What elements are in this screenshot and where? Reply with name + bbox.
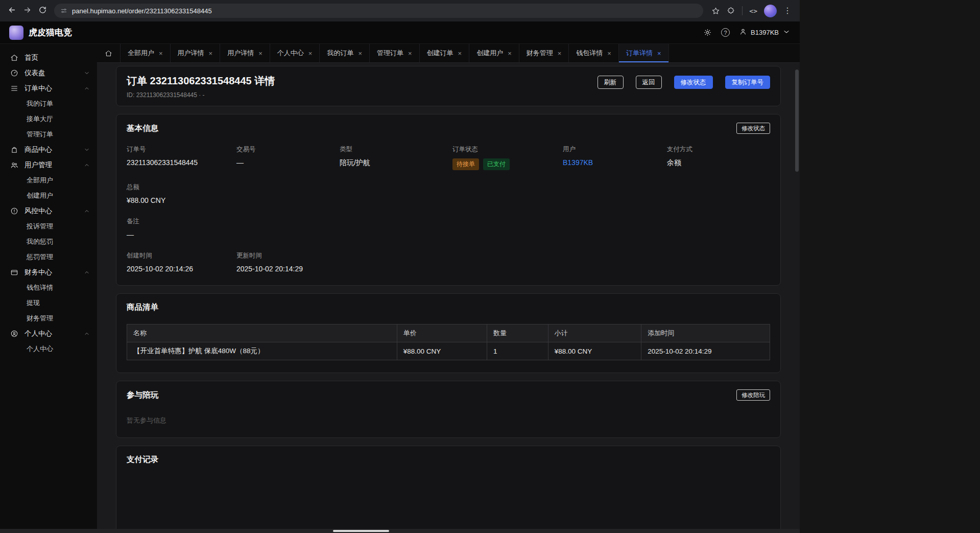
toolbar-divider <box>742 6 743 15</box>
sidebar-sub-label: 惩罚管理 <box>27 252 53 262</box>
chevron-down-icon <box>782 28 791 37</box>
tab-home[interactable] <box>97 44 121 62</box>
refresh-page-button[interactable]: 刷新 <box>597 76 624 89</box>
user-link[interactable]: B1397KB <box>563 158 593 167</box>
return-button[interactable]: 返回 <box>636 76 662 89</box>
sidebar-item-profile[interactable]: 个人中心 <box>0 341 97 357</box>
close-icon[interactable]: × <box>508 50 512 57</box>
browser-window: panel.hupimao.net/order/2321130623315484… <box>0 0 800 533</box>
tab-user-detail-2[interactable]: 用户详情× <box>220 44 270 62</box>
bag-icon <box>10 146 18 154</box>
sidebar-item-product-center[interactable]: 商品中心 <box>0 142 97 157</box>
sidebar-item-user-management[interactable]: 用户管理 <box>0 157 97 173</box>
profile-avatar[interactable] <box>764 5 777 17</box>
close-icon[interactable]: × <box>607 50 611 57</box>
sidebar-item-label: 商品中心 <box>25 145 52 154</box>
sidebar-item-wallet-detail[interactable]: 钱包详情 <box>0 280 97 295</box>
cell-added-time: 2025-10-02 20:14:29 <box>641 342 770 360</box>
close-icon[interactable]: × <box>308 50 313 57</box>
back-button[interactable] <box>4 3 19 18</box>
gauge-icon <box>10 69 18 77</box>
sidebar-item-all-users[interactable]: 全部用户 <box>0 173 97 188</box>
sidebar-item-order-hall[interactable]: 接单大厅 <box>0 111 97 127</box>
brand[interactable]: 虎皮猫电竞 <box>9 26 72 40</box>
tab-wallet-detail[interactable]: 钱包详情× <box>569 44 619 62</box>
tab-create-user[interactable]: 创建用户× <box>469 44 519 62</box>
tab-manage-orders[interactable]: 管理订单× <box>370 44 420 62</box>
field-type: 类型 陪玩/护航 <box>340 145 452 170</box>
participants-empty-text: 暂无参与信息 <box>127 416 770 425</box>
code-extension-icon[interactable]: <> <box>749 7 757 15</box>
items-table-header-row: 名称 单价 数量 小计 添加时间 <box>127 325 770 342</box>
close-icon[interactable]: × <box>258 50 262 57</box>
vertical-scrollbar[interactable] <box>795 69 799 172</box>
field-trade-no: 交易号 — <box>236 145 340 170</box>
page-actions: 刷新 返回 修改状态 复制订单号 <box>597 76 771 89</box>
copy-order-number-button[interactable]: 复制订单号 <box>725 76 771 89</box>
tab-finance-management[interactable]: 财务管理× <box>519 44 569 62</box>
sidebar-item-my-penalties[interactable]: 我的惩罚 <box>0 234 97 249</box>
horizontal-scrollbar-thumb[interactable] <box>333 530 389 532</box>
sidebar-item-risk-center[interactable]: 风控中心 <box>0 203 97 219</box>
sidebar-item-complaints[interactable]: 投诉管理 <box>0 219 97 234</box>
sidebar-sub-label: 创建用户 <box>27 191 53 200</box>
user-menu[interactable]: B1397KB <box>739 28 791 37</box>
tab-my-orders[interactable]: 我的订单× <box>320 44 370 62</box>
tab-label: 创建用户 <box>476 49 503 58</box>
cell-unit-price: ¥88.00 CNY <box>397 342 487 360</box>
sidebar-item-finance-management[interactable]: 财务管理 <box>0 311 97 326</box>
sidebar-item-label: 个人中心 <box>25 329 52 338</box>
tab-order-detail[interactable]: 订单详情× <box>619 44 669 62</box>
tab-user-detail-1[interactable]: 用户详情× <box>171 44 221 62</box>
forward-button[interactable] <box>19 3 35 18</box>
tab-all-users[interactable]: 全部用户× <box>121 44 171 62</box>
close-icon[interactable]: × <box>408 50 412 57</box>
close-icon[interactable]: × <box>657 50 661 57</box>
chevron-down-icon <box>84 147 90 153</box>
sidebar-item-order-center[interactable]: 订单中心 <box>0 81 97 96</box>
basicinfo-modify-status-button[interactable]: 修改状态 <box>736 123 770 134</box>
sidebar-item-my-orders[interactable]: 我的订单 <box>0 96 97 111</box>
sidebar-item-withdraw[interactable]: 提现 <box>0 295 97 311</box>
brand-name: 虎皮猫电竞 <box>29 27 72 38</box>
sidebar-item-penalty-management[interactable]: 惩罚管理 <box>0 249 97 265</box>
chevron-up-icon <box>84 208 90 214</box>
home-icon <box>105 50 112 57</box>
close-icon[interactable]: × <box>458 50 462 57</box>
browser-menu-icon[interactable]: ⋮ <box>783 7 792 15</box>
sidebar-item-manage-orders[interactable]: 管理订单 <box>0 127 97 142</box>
sidebar-item-create-user[interactable]: 创建用户 <box>0 188 97 203</box>
card-title: 基本信息 <box>127 123 158 134</box>
bookmark-star-icon[interactable] <box>711 7 720 15</box>
field-label: 用户 <box>563 145 667 154</box>
status-badge-paid: 已支付 <box>483 158 510 170</box>
sidebar-item-finance-center[interactable]: 财务中心 <box>0 265 97 280</box>
field-value: 2025-10-02 20:14:29 <box>236 265 770 273</box>
gear-icon[interactable] <box>703 28 712 37</box>
sidebar-item-label: 风控中心 <box>25 206 52 216</box>
sidebar-item-dashboard[interactable]: 仪表盘 <box>0 65 97 81</box>
tab-profile[interactable]: 个人中心× <box>270 44 320 62</box>
close-icon[interactable]: × <box>558 50 562 57</box>
field-value: 232113062331548445 <box>127 158 236 167</box>
sidebar-sub-label: 管理订单 <box>27 130 53 139</box>
modify-status-button[interactable]: 修改状态 <box>674 76 713 89</box>
close-icon[interactable]: × <box>358 50 362 57</box>
sidebar: 首页 仪表盘 订单中心 我的订单 接单大厅 管理订单 商品中心 <box>0 44 97 529</box>
help-icon[interactable] <box>721 28 730 37</box>
tab-create-order[interactable]: 创建订单× <box>420 44 470 62</box>
extensions-puzzle-icon[interactable] <box>727 7 735 15</box>
sidebar-sub-label: 钱包详情 <box>27 283 53 292</box>
field-pay-method: 支付方式 余额 <box>667 145 770 170</box>
field-value: 2025-10-02 20:14:26 <box>127 265 236 273</box>
close-icon[interactable]: × <box>159 50 163 57</box>
sidebar-sub-label: 投诉管理 <box>27 222 53 231</box>
sidebar-item-label: 仪表盘 <box>25 68 45 78</box>
url-bar[interactable]: panel.hupimao.net/order/2321130623315484… <box>54 4 703 18</box>
refresh-button[interactable] <box>35 3 50 18</box>
sidebar-item-profile-center[interactable]: 个人中心 <box>0 326 97 341</box>
sidebar-item-home[interactable]: 首页 <box>0 50 97 65</box>
modify-companion-button[interactable]: 修改陪玩 <box>736 389 770 401</box>
site-settings-icon[interactable] <box>60 7 67 14</box>
close-icon[interactable]: × <box>209 50 213 57</box>
